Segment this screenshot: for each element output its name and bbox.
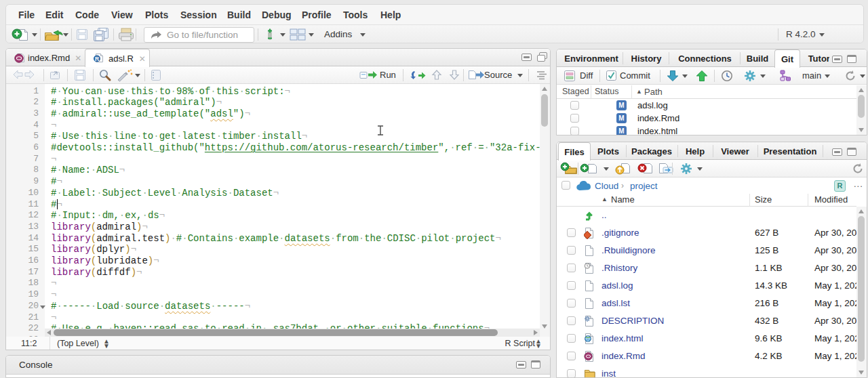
svg-text:R: R	[95, 56, 99, 62]
